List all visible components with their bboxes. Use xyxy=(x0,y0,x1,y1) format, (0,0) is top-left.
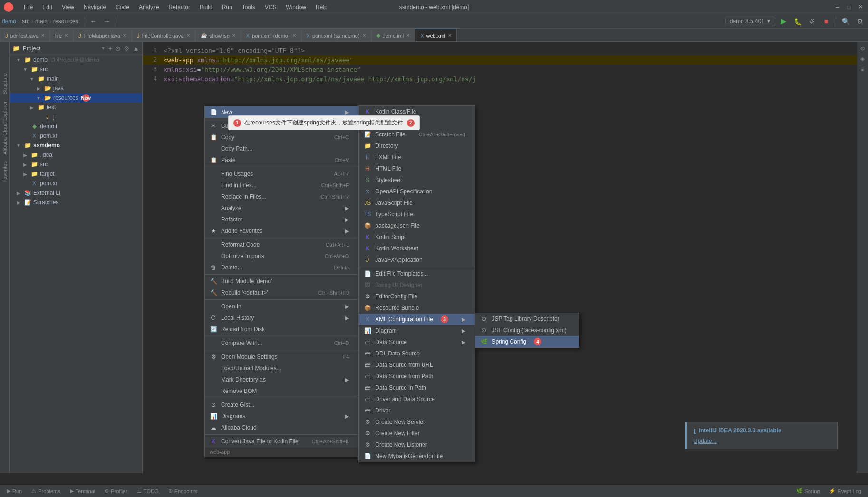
ctx-markdir[interactable]: Mark Directory as ▶ xyxy=(205,374,358,385)
status-profiler[interactable]: ⊙ Profiler xyxy=(102,487,130,495)
tab-close[interactable]: ✕ xyxy=(292,33,296,38)
ctx-modulesettings[interactable]: ⚙ Open Module Settings F4 xyxy=(205,351,358,363)
sidebar-scroll-btn[interactable]: ⊙ xyxy=(115,45,121,52)
ctx-copy[interactable]: 📋 Copy Ctrl+C xyxy=(205,132,358,143)
menu-file[interactable]: File xyxy=(20,3,37,11)
ctx-new-javafx[interactable]: J JavaFXApplication xyxy=(359,254,475,266)
forward-button[interactable]: → xyxy=(101,15,113,28)
sidebar-dropdown-arrow[interactable]: ▼ xyxy=(101,46,106,51)
tab-filecontroller[interactable]: J FileController.java ✕ xyxy=(132,29,195,41)
ctx-comparewith[interactable]: Compare With... Ctrl+D xyxy=(205,337,358,349)
close-button[interactable]: ✕ xyxy=(857,3,864,11)
ctx-new-openapi[interactable]: ⊙ OpenAPI Specification xyxy=(359,186,475,197)
ctx-new-editorconfig[interactable]: ⚙ EditorConfig File xyxy=(359,291,475,302)
status-eventlog[interactable]: ⚡ Event Log xyxy=(826,487,864,495)
tree-item-java-sub[interactable]: J j xyxy=(10,112,142,122)
back-button[interactable]: ← xyxy=(87,15,100,28)
ctx-new-listener[interactable]: ⚙ Create New Listener xyxy=(359,439,475,450)
tab-close[interactable]: ✕ xyxy=(232,33,236,38)
tab-pomssmdemo[interactable]: X pom.xml (ssmdemo) ✕ xyxy=(301,29,371,41)
status-terminal[interactable]: ▶ Terminal xyxy=(67,487,98,495)
tree-item-demo[interactable]: ▼ 📁 demo D:\Project草稿\demo xyxy=(10,55,142,65)
tab-pomdemo[interactable]: X pom.xml (demo) ✕ xyxy=(241,29,301,41)
ctx-new-datasource[interactable]: 🗃 Data Source ▶ xyxy=(359,336,475,348)
ctx-new-diagram[interactable]: 📊 Diagram ▶ xyxy=(359,325,475,336)
menu-vcs[interactable]: VCS xyxy=(261,3,280,11)
right-icon-2[interactable]: ◈ xyxy=(858,54,868,64)
ctx-optimize[interactable]: Optimize Imports Ctrl+Alt+O xyxy=(205,250,358,262)
ctx-xml-springconfig[interactable]: 🌿 Spring Config 4 xyxy=(475,336,579,347)
menu-edit[interactable]: Edit xyxy=(39,3,56,11)
status-endpoints[interactable]: ⊙ Endpoints xyxy=(165,487,201,495)
ctx-new-ts[interactable]: TS TypeScript File xyxy=(359,209,475,220)
tree-item-src[interactable]: ▼ 📁 src xyxy=(10,65,142,74)
menu-window[interactable]: Window xyxy=(282,3,310,11)
run-config-selector[interactable]: demo 8.5.401 ▼ xyxy=(725,17,775,26)
ctx-new-dsinpath[interactable]: 🗃 Data Source in Path xyxy=(359,382,475,393)
ctx-addtofav[interactable]: ★ Add to Favorites ▶ xyxy=(205,225,358,237)
ctx-new-packagejson[interactable]: 📦 package.json File xyxy=(359,220,475,231)
run-coverage-button[interactable]: ⛭ xyxy=(806,15,818,28)
ctx-new-dspath[interactable]: 🗃 Data Source from Path xyxy=(359,371,475,382)
tree-item-src-ss[interactable]: ▶ 📁 src xyxy=(10,160,142,169)
tab-webxml[interactable]: X web.xml ✕ xyxy=(415,29,457,41)
vtab-favorites[interactable]: Favorites xyxy=(1,158,9,185)
ctx-new-dsurl[interactable]: 🗃 Data Source from URL xyxy=(359,359,475,371)
ctx-reloaddisk[interactable]: 🔄 Reload from Disk xyxy=(205,324,358,335)
ctx-buildmodule[interactable]: 🔨 Build Module 'demo' xyxy=(205,276,358,287)
tree-item-main[interactable]: ▼ 📁 main xyxy=(10,74,142,84)
ctx-new-fxml[interactable]: F FXML File xyxy=(359,152,475,163)
ctx-new-kotlinworksheet[interactable]: K Kotlin Worksheet xyxy=(359,243,475,254)
ctx-new-driver[interactable]: 🗃 Driver xyxy=(359,405,475,416)
tree-item-ssmdemo[interactable]: ▼ 📁 ssmdemo xyxy=(10,141,142,150)
ctx-new-kotlinscript[interactable]: K Kotlin Script xyxy=(359,231,475,243)
tree-item-java[interactable]: ▶ 📂 java xyxy=(10,84,142,93)
tree-item-pomxml-ss[interactable]: X pom.xr xyxy=(10,179,142,188)
ctx-removebom[interactable]: Remove BOM xyxy=(205,385,358,397)
minimize-button[interactable]: ─ xyxy=(834,3,841,11)
stop-button[interactable]: ■ xyxy=(820,15,832,28)
tree-item-test[interactable]: ▶ 📁 test xyxy=(10,103,142,112)
menu-run[interactable]: Run xyxy=(218,3,236,11)
menu-navigate[interactable]: Navigate xyxy=(80,3,110,11)
debug-button[interactable]: 🐛 xyxy=(791,15,804,28)
tab-close[interactable]: ✕ xyxy=(123,33,126,38)
tree-item-scratches[interactable]: ▶ 📝 Scratches xyxy=(10,198,142,207)
vtab-alibaba[interactable]: Alibaba Cloud Explorer xyxy=(1,98,9,158)
status-problems[interactable]: ⚠ Problems xyxy=(29,487,63,495)
sidebar-settings-btn[interactable]: ⚙ xyxy=(124,45,130,52)
ctx-new-scratch[interactable]: 📝 Scratch File Ctrl+Alt+Shift+Insert xyxy=(359,129,475,140)
ctx-creategist[interactable]: ⊙ Create Gist... xyxy=(205,399,358,411)
menu-code[interactable]: Code xyxy=(112,3,133,11)
ctx-new-mybatis[interactable]: 📄 New MybatisGeneratorFile xyxy=(359,450,475,462)
ctx-reformat[interactable]: Reformat Code Ctrl+Alt+L xyxy=(205,239,358,250)
ctx-new-edittempl[interactable]: 📄 Edit File Templates... xyxy=(359,268,475,279)
sidebar-new-btn[interactable]: + xyxy=(108,45,112,52)
menu-build[interactable]: Build xyxy=(196,3,216,11)
ctx-findinfiles[interactable]: Find in Files... Ctrl+Shift+F xyxy=(205,180,358,191)
ctx-convertkotlin[interactable]: K Convert Java File to Kotlin File Ctrl+… xyxy=(205,436,358,447)
notification-update-link[interactable]: Update... xyxy=(694,438,717,444)
ctx-replaceinfiles[interactable]: Replace in Files... Ctrl+Shift+R xyxy=(205,191,358,202)
tree-item-resources[interactable]: ▼ 📂 resources New xyxy=(10,93,142,103)
tab-close[interactable]: ✕ xyxy=(362,33,366,38)
tab-showjsp[interactable]: ☕ show.jsp ✕ xyxy=(195,29,241,41)
tab-close[interactable]: ✕ xyxy=(406,33,410,38)
status-run[interactable]: ▶ Run xyxy=(4,487,25,495)
ctx-analyze[interactable]: Analyze ▶ xyxy=(205,202,358,214)
menu-tools[interactable]: Tools xyxy=(238,3,259,11)
ctx-new-js[interactable]: JS JavaScript File xyxy=(359,197,475,209)
ctx-findusages[interactable]: Find Usages Alt+F7 xyxy=(205,168,358,180)
ctx-paste[interactable]: 📋 Paste Ctrl+V xyxy=(205,154,358,166)
ctx-new-filter[interactable]: ⚙ Create New Filter xyxy=(359,428,475,439)
editor-area[interactable]: 1 <?xml version="1.0" encoding="UTF-8"?>… xyxy=(143,42,857,473)
menu-analyze[interactable]: Analyze xyxy=(135,3,163,11)
ctx-localhistory[interactable]: ⏱ Local History ▶ xyxy=(205,312,358,324)
settings-button[interactable]: ⚙ xyxy=(854,15,866,28)
ctx-rebuild[interactable]: 🔨 Rebuild '<default>' Ctrl+Shift+F9 xyxy=(205,287,358,298)
tab-close[interactable]: ✕ xyxy=(41,33,45,38)
vtab-structure[interactable]: Structure xyxy=(1,70,9,97)
search-everywhere-button[interactable]: 🔍 xyxy=(839,15,852,28)
ctx-refactor[interactable]: Refactor ▶ xyxy=(205,214,358,225)
ctx-new-driverds[interactable]: 🗃 Driver and Data Source xyxy=(359,393,475,405)
